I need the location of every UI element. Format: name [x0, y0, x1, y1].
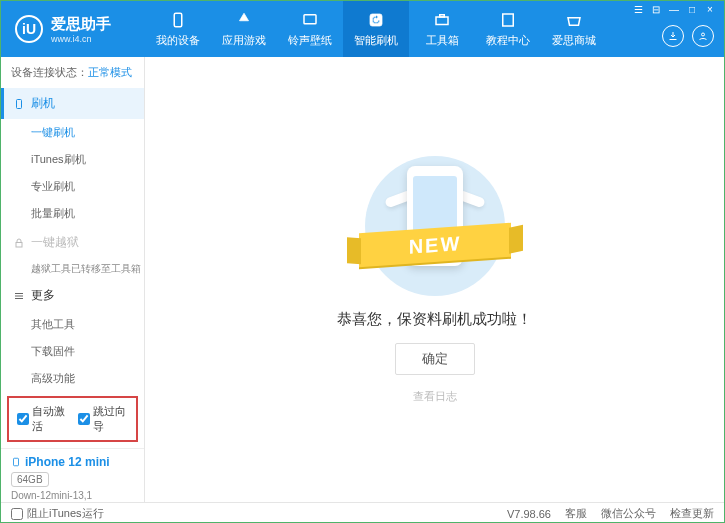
app-url: www.i4.cn: [51, 34, 111, 44]
section-more[interactable]: 更多: [1, 280, 144, 311]
apps-icon: [235, 11, 253, 29]
main-nav: 我的设备 应用游戏 铃声壁纸 智能刷机 工具箱 教程中心 爱思商城: [145, 1, 607, 57]
user-icon[interactable]: [692, 25, 714, 47]
nav-label: 铃声壁纸: [288, 33, 332, 48]
version-label: V7.98.66: [507, 508, 551, 520]
nav-label: 爱思商城: [552, 33, 596, 48]
app-header: iU 爱思助手 www.i4.cn 我的设备 应用游戏 铃声壁纸 智能刷机 工具…: [1, 1, 724, 57]
status-mode: 正常模式: [88, 66, 132, 78]
sidebar-item-batch[interactable]: 批量刷机: [31, 200, 144, 227]
jailbreak-note: 越狱工具已转移至工具箱: [1, 258, 144, 280]
nav-my-device[interactable]: 我的设备: [145, 1, 211, 57]
nav-label: 我的设备: [156, 33, 200, 48]
svg-rect-4: [440, 14, 445, 16]
phone-icon: [13, 98, 25, 110]
device-down: Down-12mini-13,1: [11, 490, 134, 501]
check-update-link[interactable]: 检查更新: [670, 506, 714, 521]
nav-label: 教程中心: [486, 33, 530, 48]
section-jailbreak[interactable]: 一键越狱: [1, 227, 144, 258]
sidebar-item-other[interactable]: 其他工具: [31, 311, 144, 338]
nav-apps[interactable]: 应用游戏: [211, 1, 277, 57]
svg-rect-7: [17, 99, 22, 108]
close-icon[interactable]: ×: [702, 4, 718, 15]
sidebar-item-pro[interactable]: 专业刷机: [31, 173, 144, 200]
nav-ringtone[interactable]: 铃声壁纸: [277, 1, 343, 57]
refresh-icon: [367, 11, 385, 29]
wallpaper-icon: [301, 11, 319, 29]
chk-auto-activate[interactable]: 自动激活: [17, 404, 68, 434]
maximize-icon[interactable]: □: [684, 4, 700, 15]
svg-rect-5: [503, 14, 514, 26]
logo-icon: iU: [15, 15, 43, 43]
nav-label: 智能刷机: [354, 33, 398, 48]
logo-area: iU 爱思助手 www.i4.cn: [1, 15, 145, 44]
svg-point-6: [702, 33, 705, 36]
nav-tutorial[interactable]: 教程中心: [475, 1, 541, 57]
sidebar-item-itunes[interactable]: iTunes刷机: [31, 146, 144, 173]
sidebar: 设备连接状态：正常模式 刷机 一键刷机 iTunes刷机 专业刷机 批量刷机 一…: [1, 57, 145, 502]
store-icon: [565, 11, 583, 29]
device-block[interactable]: iPhone 12 mini 64GB Down-12mini-13,1: [1, 448, 144, 509]
nav-toolbox[interactable]: 工具箱: [409, 1, 475, 57]
lock-icon[interactable]: ⊟: [648, 4, 664, 15]
more-icon: [13, 290, 25, 302]
device-name: iPhone 12 mini: [11, 455, 134, 469]
success-illustration: NEW: [365, 156, 505, 296]
chk-skip-guide[interactable]: 跳过向导: [78, 404, 129, 434]
nav-label: 工具箱: [426, 33, 459, 48]
sidebar-item-advanced[interactable]: 高级功能: [31, 365, 144, 392]
device-status: 设备连接状态：正常模式: [1, 57, 144, 88]
sidebar-item-oneclick[interactable]: 一键刷机: [31, 119, 144, 146]
nav-label: 应用游戏: [222, 33, 266, 48]
phone-icon: [11, 455, 21, 469]
svg-rect-8: [16, 242, 22, 247]
nav-flash[interactable]: 智能刷机: [343, 1, 409, 57]
window-controls: ☰ ⊟ — □ ×: [624, 1, 724, 18]
minimize-icon[interactable]: —: [666, 4, 682, 15]
svg-rect-9: [14, 458, 19, 466]
svg-rect-0: [174, 13, 182, 27]
nav-store[interactable]: 爱思商城: [541, 1, 607, 57]
option-checkboxes: 自动激活 跳过向导: [7, 396, 138, 442]
phone-icon: [169, 11, 187, 29]
success-message: 恭喜您，保资料刷机成功啦！: [337, 310, 532, 329]
book-icon: [499, 11, 517, 29]
device-capacity: 64GB: [11, 472, 49, 487]
ok-button[interactable]: 确定: [395, 343, 475, 375]
section-flash[interactable]: 刷机: [1, 88, 144, 119]
sidebar-item-firmware[interactable]: 下载固件: [31, 338, 144, 365]
wechat-link[interactable]: 微信公众号: [601, 506, 656, 521]
svg-rect-1: [304, 14, 316, 23]
view-log-link[interactable]: 查看日志: [413, 389, 457, 404]
menu-icon[interactable]: ☰: [630, 4, 646, 15]
app-title: 爱思助手: [51, 15, 111, 34]
download-icon[interactable]: [662, 25, 684, 47]
service-link[interactable]: 客服: [565, 506, 587, 521]
lock-icon: [13, 237, 25, 249]
header-user-icons: [662, 25, 714, 47]
svg-rect-3: [436, 17, 448, 25]
main-content: NEW 恭喜您，保资料刷机成功啦！ 确定 查看日志: [145, 57, 724, 502]
toolbox-icon: [433, 11, 451, 29]
